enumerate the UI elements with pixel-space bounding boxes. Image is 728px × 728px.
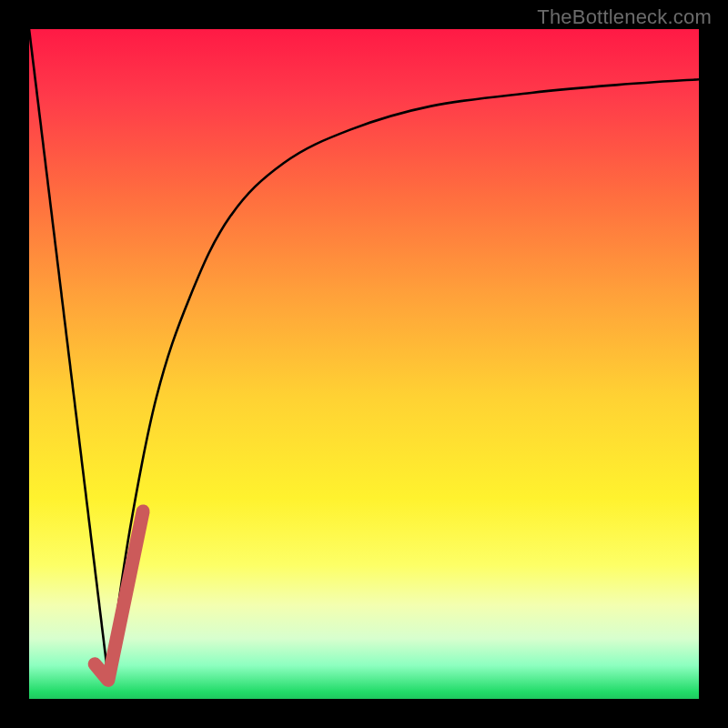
chart-overlay: [29, 29, 699, 699]
chart-plot-area: [29, 29, 699, 699]
curve-left-descent: [29, 29, 108, 677]
watermark-text: TheBottleneck.com: [537, 5, 712, 29]
curve-right: [108, 79, 699, 677]
chart-frame: TheBottleneck.com: [0, 0, 728, 728]
marker-j: [95, 511, 143, 680]
